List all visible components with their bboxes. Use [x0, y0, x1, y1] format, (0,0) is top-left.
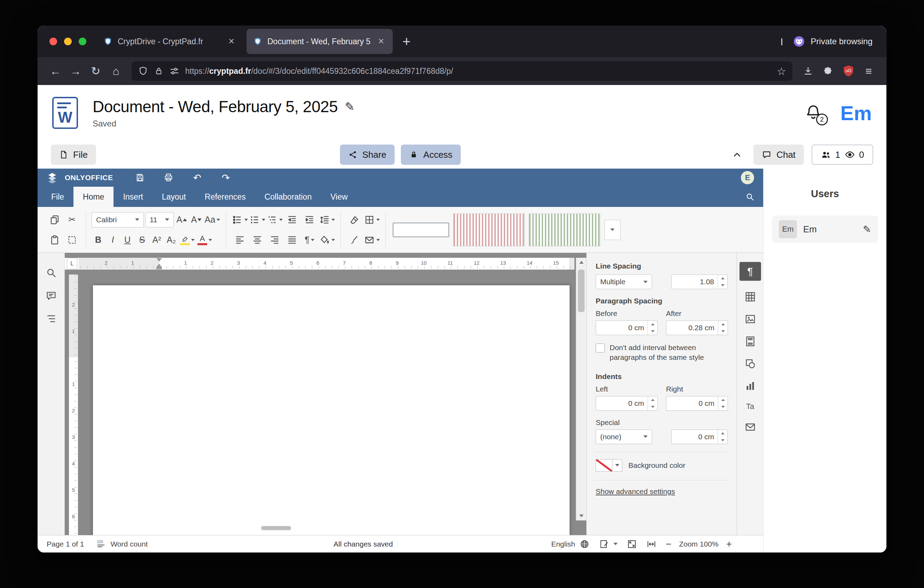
spin-down-button[interactable] — [718, 282, 727, 289]
collaborator-badge[interactable]: E — [741, 171, 754, 184]
indent-right-spinner[interactable]: 0 cm — [666, 396, 728, 411]
first-line-indent-marker[interactable] — [156, 258, 162, 262]
change-case-button[interactable]: Aa — [205, 212, 220, 228]
multilevel-list-button[interactable] — [267, 212, 283, 228]
spin-up-button[interactable] — [648, 321, 657, 328]
shading-button[interactable] — [319, 232, 335, 248]
align-left-button[interactable] — [232, 232, 248, 248]
notifications-button[interactable]: 2 — [804, 103, 824, 122]
align-right-button[interactable] — [267, 232, 283, 248]
increase-font-button[interactable]: A — [175, 212, 188, 228]
edit-title-pencil-icon[interactable]: ✎ — [345, 100, 355, 114]
italic-button[interactable]: I — [106, 232, 119, 248]
header-footer-settings-button[interactable] — [744, 335, 757, 348]
decrease-indent-button[interactable] — [284, 212, 300, 228]
chart-settings-button[interactable] — [744, 380, 757, 392]
fit-width-button[interactable] — [646, 539, 657, 549]
style-preview-1[interactable] — [393, 223, 449, 237]
redo-button[interactable]: ↷ — [216, 170, 235, 185]
style-preview-3[interactable] — [529, 213, 600, 246]
vertical-scrollbar[interactable] — [576, 258, 586, 520]
extensions-button[interactable] — [818, 61, 838, 81]
borders-button[interactable] — [364, 212, 380, 228]
ublock-button[interactable]: uO — [838, 61, 858, 81]
color-dropdown-button[interactable] — [612, 459, 622, 472]
app-menu-button[interactable]: ≡ — [858, 61, 879, 81]
spacing-before-spinner[interactable]: 0 cm — [596, 320, 658, 335]
tab-document[interactable]: Document - Wed, February 5, 2025 ✕ — [246, 29, 393, 54]
copy-button[interactable] — [47, 212, 63, 228]
vertical-scroll-thumb[interactable] — [578, 269, 584, 312]
font-name-select[interactable]: Calibri — [92, 212, 144, 228]
tab-close-button[interactable]: ✕ — [226, 36, 237, 47]
strikethrough-button[interactable]: S — [135, 232, 148, 248]
scroll-down-button[interactable] — [576, 511, 586, 520]
text-art-settings-button[interactable]: Ta — [746, 402, 754, 411]
style-preview-2[interactable] — [453, 213, 525, 246]
style-gallery-expand-button[interactable] — [604, 220, 620, 240]
special-indent-select[interactable]: (none) — [596, 429, 652, 444]
chat-button[interactable]: Chat — [753, 145, 804, 165]
horizontal-scrollbar[interactable] — [66, 525, 573, 532]
left-indent-handle[interactable] — [156, 267, 162, 269]
comments-button[interactable] — [45, 290, 57, 302]
search-button[interactable] — [737, 187, 763, 207]
user-list-button[interactable]: 1 0 — [812, 145, 873, 165]
zoom-level[interactable]: Zoom 100% — [679, 540, 718, 548]
tab-collaboration[interactable]: Collaboration — [255, 187, 321, 207]
line-spacing-spinner[interactable]: 1.08 — [671, 274, 728, 289]
copy-style-button[interactable] — [346, 232, 363, 248]
bullet-list-button[interactable] — [232, 212, 248, 228]
table-settings-button[interactable] — [744, 291, 757, 303]
spin-up-button[interactable] — [718, 321, 728, 328]
mail-merge-settings-button[interactable] — [744, 421, 757, 433]
mail-merge-button[interactable] — [364, 232, 380, 248]
language-selector[interactable]: English — [551, 539, 590, 549]
page-indicator[interactable]: Page 1 of 1 — [47, 540, 84, 548]
horizontal-scroll-thumb[interactable] — [261, 526, 291, 530]
print-button[interactable] — [160, 170, 178, 185]
tab-view[interactable]: View — [321, 187, 357, 207]
horizontal-ruler[interactable]: 2 1 1 2 3 4 5 6 7 8 9 10 11 12 1 — [65, 258, 574, 269]
line-spacing-select[interactable]: Multiple — [596, 274, 652, 289]
spin-down-button[interactable] — [718, 437, 727, 444]
tab-layout[interactable]: Layout — [152, 187, 195, 207]
document-canvas[interactable]: 2 1 1 2 3 4 5 6 7 8 9 10 11 12 1 — [65, 253, 586, 535]
edit-user-pencil-icon[interactable]: ✎ — [863, 224, 871, 235]
indent-left-spinner[interactable]: 0 cm — [596, 396, 658, 411]
home-button[interactable]: ⌂ — [106, 61, 126, 81]
cut-button[interactable]: ✂ — [64, 212, 80, 228]
spin-up-button[interactable] — [718, 430, 727, 437]
select-all-button[interactable] — [64, 232, 80, 248]
tab-close-button[interactable]: ✕ — [376, 36, 386, 47]
new-tab-button[interactable]: + — [396, 35, 417, 48]
spell-check-button[interactable] — [599, 539, 618, 549]
navigation-button[interactable] — [45, 313, 57, 325]
image-settings-button[interactable] — [744, 313, 757, 325]
left-indent-marker[interactable] — [156, 264, 162, 267]
bold-button[interactable]: B — [92, 232, 105, 248]
clear-style-button[interactable] — [346, 212, 363, 228]
zoom-in-button[interactable]: + — [726, 539, 732, 549]
find-button[interactable] — [45, 267, 57, 279]
tab-cryptdrive[interactable]: CryptDrive - CryptPad.fr ✕ — [97, 29, 243, 54]
zoom-out-button[interactable]: − — [666, 539, 671, 549]
spin-down-button[interactable] — [718, 403, 728, 410]
increase-indent-button[interactable] — [302, 212, 317, 228]
spin-up-button[interactable] — [718, 396, 728, 403]
list-all-tabs-button[interactable] — [771, 38, 793, 45]
close-window-button[interactable] — [50, 38, 57, 45]
forward-button[interactable]: → — [66, 61, 86, 81]
decrease-font-button[interactable]: A — [190, 212, 203, 228]
tab-home[interactable]: Home — [73, 187, 114, 207]
font-size-select[interactable]: 11 — [145, 212, 174, 228]
underline-button[interactable]: U — [121, 232, 134, 248]
lock-icon[interactable] — [154, 66, 163, 76]
word-count-button[interactable]: 123 Word count — [96, 539, 148, 549]
shape-settings-button[interactable] — [744, 357, 757, 370]
paste-button[interactable] — [47, 232, 63, 248]
undo-button[interactable]: ↶ — [188, 170, 206, 185]
reload-button[interactable]: ↻ — [86, 61, 106, 81]
access-button[interactable]: Access — [401, 145, 461, 165]
tab-insert[interactable]: Insert — [114, 187, 152, 207]
